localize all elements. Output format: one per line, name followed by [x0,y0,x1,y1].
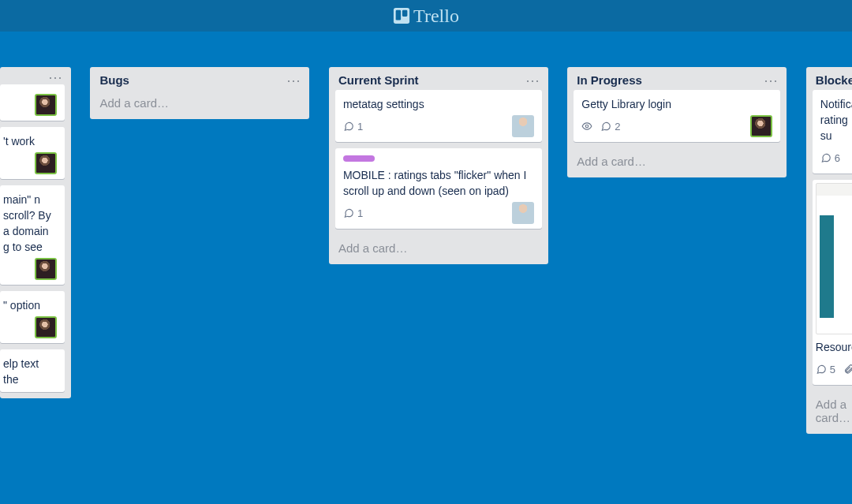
card[interactable]: 't work [0,127,65,179]
avatar[interactable] [35,258,57,280]
card[interactable] [0,84,65,121]
comment-icon [600,121,611,132]
card-cover-image [816,183,852,334]
card-title: elp text the [3,356,57,387]
list-menu-icon[interactable]: ⋯ [286,77,301,84]
card-title: " option [3,297,57,313]
avatar[interactable] [512,115,534,137]
eye-icon [581,121,592,132]
list-menu-icon[interactable]: ⋯ [48,73,63,81]
avatar[interactable] [35,316,57,338]
card[interactable]: Resource 5 [813,180,852,385]
trello-logo[interactable]: Trello [393,6,459,27]
board[interactable]: ⋯ 't work main" n scroll? By a domain g … [0,32,852,504]
comment-badge: 5 [816,364,835,375]
add-card-button[interactable]: Add a card… [806,391,852,434]
avatar[interactable] [750,115,772,137]
add-card-button[interactable]: Add a card… [329,235,548,264]
trello-logo-text: Trello [413,6,459,27]
comment-badge: 1 [343,121,363,133]
comment-icon [343,207,354,218]
list-title[interactable]: Blocked [816,73,852,87]
card[interactable]: elp text the [0,349,65,392]
card[interactable]: main" n scroll? By a domain g to see [0,185,65,285]
card[interactable]: Notificat rating su 6 [813,90,852,174]
list-blocked: Blocked Notificat rating su 6 Resource [806,67,852,434]
top-bar: Trello [0,0,852,32]
trello-logo-icon [393,7,410,24]
attachment-badge [843,364,852,375]
comment-icon [343,121,354,132]
card-title: MOBILE : ratings tabs "flicker" when I s… [343,167,534,199]
svg-point-3 [586,125,589,128]
list-title[interactable]: Current Sprint [338,73,419,87]
card[interactable]: " option [0,291,65,343]
paperclip-icon [843,364,852,375]
avatar[interactable] [512,202,534,224]
card-title: metatag settings [343,96,534,112]
add-card-button[interactable]: Add a card… [90,90,309,119]
avatar[interactable] [35,152,57,174]
card-label-purple [343,155,375,162]
avatar[interactable] [35,94,57,116]
card-title: 't work [3,133,57,149]
comment-icon [820,152,831,163]
comment-badge: 6 [820,152,840,164]
card[interactable]: Getty Library login 2 [574,90,780,142]
comment-badge: 2 [600,121,620,133]
comment-icon [816,364,827,375]
card-title: main" n scroll? By a domain g to see [3,192,57,255]
list-current-sprint: Current Sprint ⋯ metatag settings 1 [329,67,548,264]
card[interactable]: metatag settings 1 [335,90,542,142]
list-cutoff-left: ⋯ 't work main" n scroll? By a domain g … [0,67,71,398]
card[interactable]: MOBILE : ratings tabs "flicker" when I s… [335,148,542,229]
svg-rect-2 [402,10,407,17]
watch-badge [581,121,592,132]
comment-badge: 1 [343,207,363,219]
add-card-button[interactable]: Add a card… [567,148,787,177]
card-title: Resource [816,339,852,355]
list-title[interactable]: In Progress [577,73,642,87]
list-menu-icon[interactable]: ⋯ [525,77,540,84]
card-title: Getty Library login [581,96,772,112]
svg-rect-1 [396,10,401,21]
list-title[interactable]: Bugs [99,73,129,87]
list-in-progress: In Progress ⋯ Getty Library login 2 [567,67,787,177]
list-menu-icon[interactable]: ⋯ [764,77,779,84]
list-bugs: Bugs ⋯ Add a card… [90,67,309,119]
card-title: Notificat rating su [820,96,852,144]
